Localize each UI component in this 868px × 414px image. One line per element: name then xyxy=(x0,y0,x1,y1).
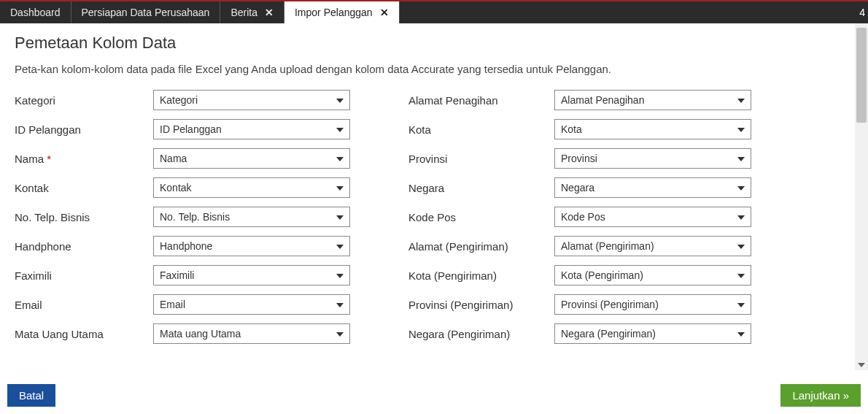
field-label-id-pelanggan: ID Pelanggan xyxy=(15,123,153,136)
field-label-negara: Negara xyxy=(408,182,554,194)
tab-label: Berita xyxy=(230,7,257,18)
select-alamat-pengiriman[interactable]: Alamat (Pengiriman) xyxy=(554,236,751,256)
vertical-scrollbar[interactable] xyxy=(855,23,868,370)
select-kota[interactable]: Kota xyxy=(554,119,751,139)
field-label-kategori: Kategori xyxy=(15,94,153,107)
tab-label: Dashboard xyxy=(10,7,61,18)
field-label-kota: Kota xyxy=(408,123,554,136)
field-label-kode-pos: Kode Pos xyxy=(408,211,554,223)
mapping-grid: Kategori Kategori Alamat Penagihan Alama… xyxy=(15,90,840,344)
field-label-telp-bisnis: No. Telp. Bisnis xyxy=(15,211,153,223)
select-kontak[interactable]: Kontak xyxy=(153,177,350,198)
cancel-button[interactable]: Batal xyxy=(7,384,55,407)
field-label-alamat-penagihan: Alamat Penagihan xyxy=(408,94,554,107)
field-label-alamat-pengiriman: Alamat (Pengiriman) xyxy=(408,240,554,253)
field-label-mata-uang: Mata Uang Utama xyxy=(15,328,153,340)
tab-dashboard[interactable]: Dashboard xyxy=(0,1,71,23)
field-label-nama: Nama * xyxy=(15,153,153,165)
select-faximili[interactable]: Faximili xyxy=(153,265,350,285)
select-email[interactable]: Email xyxy=(153,294,350,315)
field-label-kota-pengiriman: Kota (Pengiriman) xyxy=(408,269,554,282)
scrollbar-thumb[interactable] xyxy=(856,28,867,123)
select-telp-bisnis[interactable]: No. Telp. Bisnis xyxy=(153,207,350,227)
field-label-faximili: Faximili xyxy=(15,269,153,282)
select-nama[interactable]: Nama xyxy=(153,148,350,169)
footer: Batal Lanjutkan » xyxy=(0,378,868,414)
tab-label: Impor Pelanggan xyxy=(295,7,373,18)
required-asterisk: * xyxy=(47,153,51,165)
select-kota-pengiriman[interactable]: Kota (Pengiriman) xyxy=(554,265,751,285)
chevron-down-icon[interactable] xyxy=(858,363,865,367)
select-mata-uang[interactable]: Mata uang Utama xyxy=(153,323,350,344)
select-negara[interactable]: Negara xyxy=(554,177,751,198)
field-label-negara-pengiriman: Negara (Pengiriman) xyxy=(408,328,554,340)
tab-persiapan-data[interactable]: Persiapan Data Perusahaan xyxy=(71,1,221,23)
select-id-pelanggan[interactable]: ID Pelanggan xyxy=(153,119,350,139)
field-label-provinsi-pengiriman: Provinsi (Pengiriman) xyxy=(408,299,554,311)
topbar-counter: 4 xyxy=(856,1,868,23)
tab-impor-pelanggan[interactable]: Impor Pelanggan ✕ xyxy=(284,1,400,23)
field-label-email: Email xyxy=(15,299,153,311)
select-provinsi[interactable]: Provinsi xyxy=(554,148,751,169)
select-negara-pengiriman[interactable]: Negara (Pengiriman) xyxy=(554,323,751,344)
tab-bar: Dashboard Persiapan Data Perusahaan Beri… xyxy=(0,0,868,23)
page-title: Pemetaan Kolom Data xyxy=(15,34,840,53)
select-alamat-penagihan[interactable]: Alamat Penagihan xyxy=(554,90,751,110)
select-kode-pos[interactable]: Kode Pos xyxy=(554,207,751,227)
continue-button[interactable]: Lanjutkan » xyxy=(780,384,861,407)
select-kategori[interactable]: Kategori xyxy=(153,90,350,110)
field-label-provinsi: Provinsi xyxy=(408,153,554,165)
page-description: Peta-kan kolom-kolom data pada file Exce… xyxy=(15,63,840,75)
main-content: Pemetaan Kolom Data Peta-kan kolom-kolom… xyxy=(0,23,855,370)
field-label-kontak: Kontak xyxy=(15,182,153,194)
field-label-handphone: Handphone xyxy=(15,240,153,253)
close-icon[interactable]: ✕ xyxy=(265,7,274,18)
tab-label: Persiapan Data Perusahaan xyxy=(82,7,210,18)
select-handphone[interactable]: Handphone xyxy=(153,236,350,256)
select-provinsi-pengiriman[interactable]: Provinsi (Pengiriman) xyxy=(554,294,751,315)
tab-berita[interactable]: Berita ✕ xyxy=(220,1,284,23)
close-icon[interactable]: ✕ xyxy=(380,7,389,18)
